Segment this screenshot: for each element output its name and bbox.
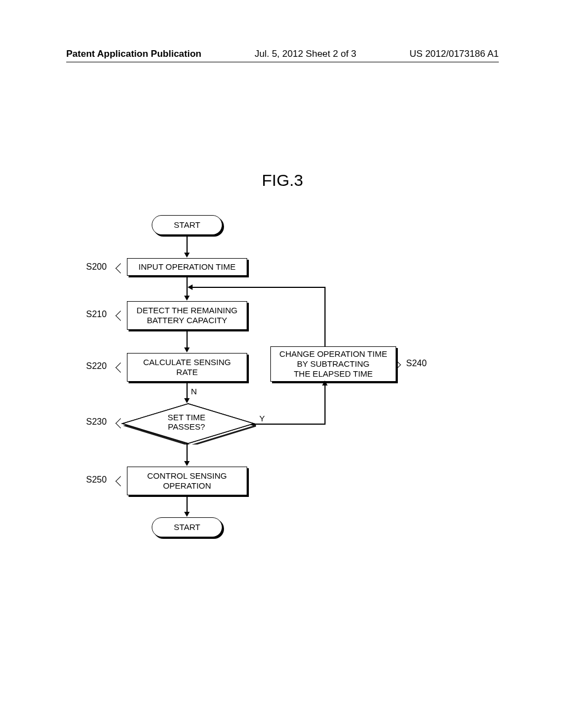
flowchart: START INPUT OPERATION TIME S200 DETECT T… bbox=[0, 215, 565, 568]
terminator-start: START bbox=[152, 215, 222, 235]
step-s220-text1: CALCULATE SENSING bbox=[143, 357, 231, 367]
step-s250-text1: CONTROL SENSING bbox=[147, 471, 227, 481]
header-center: Jul. 5, 2012 Sheet 2 of 3 bbox=[254, 49, 356, 60]
arrowhead-icon bbox=[322, 381, 328, 386]
step-s240-text1: CHANGE OPERATION TIME bbox=[279, 349, 387, 359]
step-s230-ref: S230 bbox=[86, 417, 106, 427]
step-s210-box: DETECT THE REMAINING BATTERY CAPACITY bbox=[127, 301, 247, 330]
step-s250-text2: OPERATION bbox=[163, 481, 211, 491]
step-s240-box: CHANGE OPERATION TIME BY SUBTRACTING THE… bbox=[270, 346, 396, 382]
connector bbox=[253, 424, 324, 425]
connector bbox=[324, 381, 326, 425]
page-header: Patent Application Publication Jul. 5, 2… bbox=[66, 49, 499, 60]
branch-yes-label: Y bbox=[259, 414, 265, 423]
step-s200-text: INPUT OPERATION TIME bbox=[138, 262, 236, 272]
terminator-start-label: START bbox=[174, 220, 200, 230]
arrowhead-icon bbox=[184, 253, 190, 258]
arrowhead-icon bbox=[184, 347, 190, 352]
decision-s230-text1: SET TIME bbox=[168, 413, 206, 422]
connector bbox=[186, 331, 188, 349]
branch-no-label: N bbox=[191, 387, 197, 396]
figure-title: FIG.3 bbox=[0, 171, 565, 190]
connector bbox=[186, 496, 188, 513]
decision-s230-text2: PASSES? bbox=[168, 422, 205, 431]
connector bbox=[186, 383, 188, 399]
step-s240-ref: S240 bbox=[406, 358, 427, 368]
step-s200-box: INPUT OPERATION TIME bbox=[127, 258, 247, 276]
step-s250-ref: S250 bbox=[86, 475, 106, 485]
step-s240-text2: BY SUBTRACTING bbox=[297, 359, 369, 369]
connector bbox=[324, 287, 326, 346]
arrowhead-icon bbox=[184, 461, 190, 466]
step-s220-ref: S220 bbox=[86, 361, 106, 371]
header-left: Patent Application Publication bbox=[66, 49, 201, 60]
terminator-end: START bbox=[152, 517, 222, 537]
arrowhead-icon bbox=[184, 296, 190, 301]
connector bbox=[192, 287, 325, 288]
step-s200-ref: S200 bbox=[86, 262, 106, 272]
step-s220-text2: RATE bbox=[177, 367, 198, 377]
step-s220-box: CALCULATE SENSING RATE bbox=[127, 353, 247, 382]
connector bbox=[186, 443, 188, 462]
terminator-end-label: START bbox=[174, 522, 200, 532]
arrowhead-icon bbox=[184, 512, 190, 517]
step-s210-text1: DETECT THE REMAINING bbox=[137, 306, 238, 315]
connector bbox=[186, 236, 188, 254]
step-s240-text3: THE ELAPSED TIME bbox=[294, 369, 372, 379]
step-s250-box: CONTROL SENSING OPERATION bbox=[127, 467, 247, 495]
step-s210-ref: S210 bbox=[86, 309, 106, 319]
header-right: US 2012/0173186 A1 bbox=[409, 49, 499, 60]
page: Patent Application Publication Jul. 5, 2… bbox=[0, 0, 565, 728]
header-rule bbox=[66, 62, 499, 62]
step-s210-text2: BATTERY CAPACITY bbox=[147, 315, 227, 325]
decision-s230: SET TIME PASSES? bbox=[120, 403, 253, 441]
